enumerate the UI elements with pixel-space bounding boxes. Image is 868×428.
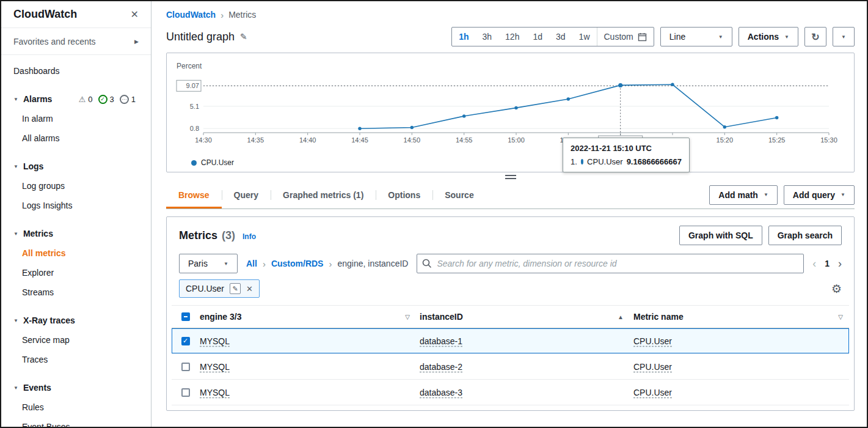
row-checkbox[interactable] [181,363,190,371]
sidebar-header: CloudWatch ✕ [1,1,151,28]
legend-series-label: CPU.User [201,158,234,167]
row-checkbox[interactable] [181,337,190,345]
favorites-label: Favorites and recents [13,37,96,46]
sidebar-section-header-metrics[interactable]: ▼ Metrics [1,224,151,243]
tab-options[interactable]: Options [376,181,432,208]
table-row[interactable]: MYSQL database-2 CPU.User [172,354,849,380]
actions-button[interactable]: Actions ▼ [739,27,798,46]
search-input[interactable] [417,254,804,273]
engine-cell[interactable]: MYSQL [200,362,230,372]
metrics-table: engine 3/3 ▽ instanceID ▲ Metric name ▽ … [172,305,849,405]
sidebar-section-header-events[interactable]: ▼ Events [1,378,151,397]
previous-page-icon[interactable]: ‹ [812,257,816,270]
close-icon[interactable]: ✕ [131,9,139,20]
range-1w[interactable]: 1w [572,28,597,46]
breadcrumb-cloudwatch[interactable]: CloudWatch [166,10,216,20]
tab-query[interactable]: Query [222,181,271,208]
svg-text:14:40: 14:40 [299,136,316,144]
graph-with-sql-button[interactable]: Graph with SQL [679,226,762,245]
sidebar-section-header-alarms[interactable]: ▼ Alarms ⚠ 0 ✓ 3 ⋯ 1 [1,89,151,109]
filter-icon[interactable]: ▽ [405,314,410,320]
crumb-all[interactable]: All [246,259,257,268]
breadcrumb-separator: › [221,10,224,20]
sidebar-item-all-alarms[interactable]: All alarms [1,128,151,148]
add-query-label: Add query [793,190,835,200]
sidebar-item-streams[interactable]: Streams [1,282,151,302]
info-link[interactable]: Info [243,232,256,241]
main-content: CloudWatch › Metrics Untitled graph ✎ 1h… [151,1,867,427]
chart-type-select[interactable]: Line ▼ [660,27,732,46]
add-query-button[interactable]: Add query ▼ [784,185,855,205]
chart-legend[interactable]: CPU.User [191,158,234,167]
warning-icon: ⚠ [79,95,86,104]
sidebar-item-in-alarm[interactable]: In alarm [1,109,151,128]
chevron-down-icon: ▼ [784,34,789,40]
range-1h[interactable]: 1h [452,28,475,46]
svg-text:14:45: 14:45 [351,136,368,144]
page-number[interactable]: 1 [825,259,830,268]
panel-resize-handle[interactable] [166,172,855,181]
engine-cell[interactable]: MYSQL [200,336,230,346]
range-custom[interactable]: Custom [597,28,654,46]
tab-graphed-metrics[interactable]: Graphed metrics (1) [271,181,376,208]
tab-source[interactable]: Source [432,181,486,208]
sidebar-item-event-buses[interactable]: Event Buses [1,417,151,427]
cloudwatch-console: CloudWatch ✕ Favorites and recents ▶ Das… [0,0,868,428]
sidebar-item-rules[interactable]: Rules [1,397,151,417]
sidebar-item-logs-insights[interactable]: Logs Insights [1,196,151,215]
warning-count: 0 [88,95,92,104]
metrics-line-chart[interactable]: 14:3014:3514:4014:4514:5014:5515:0015:05… [174,74,840,166]
range-3d[interactable]: 3d [549,28,572,46]
range-1d[interactable]: 1d [526,28,549,46]
svg-text:14:55: 14:55 [456,136,473,144]
svg-text:14:35: 14:35 [247,136,264,144]
settings-gear-icon[interactable]: ⚙ [831,283,842,295]
metric-cell[interactable]: CPU.User [633,362,672,372]
tab-browse[interactable]: Browse [166,181,222,208]
sidebar-item-explorer[interactable]: Explorer [1,263,151,282]
edit-icon[interactable]: ✎ [240,32,247,42]
range-3h[interactable]: 3h [476,28,499,46]
column-header-metric-name[interactable]: Metric name [633,312,684,322]
chevron-down-icon: ▼ [841,192,845,197]
table-row[interactable]: MYSQL database-1 CPU.User [172,328,849,354]
column-header-instanceid[interactable]: instanceID [420,312,463,322]
chart-type-value: Line [669,32,685,42]
range-12h[interactable]: 12h [498,28,526,46]
engine-cell[interactable]: MYSQL [200,388,230,397]
table-row[interactable]: MYSQL database-3 CPU.User [172,380,849,405]
title-row: Untitled graph ✎ 1h 3h 12h 1d 3d 1w Cust… [166,26,855,48]
sidebar-item-log-groups[interactable]: Log groups [1,176,151,196]
sidebar-item-dashboards[interactable]: Dashboards [1,61,151,81]
metric-cell[interactable]: CPU.User [633,336,672,346]
sidebar-item-all-metrics[interactable]: All metrics [1,243,151,263]
region-select[interactable]: Paris ▼ [179,254,238,273]
metric-cell[interactable]: CPU.User [633,388,672,397]
remove-filter-icon[interactable]: ✕ [246,284,253,293]
refresh-options-button[interactable]: ▼ [833,27,855,46]
instance-cell[interactable]: database-3 [420,388,462,397]
next-page-icon[interactable]: › [838,257,842,270]
sidebar-section-header-logs[interactable]: ▼ Logs [1,157,151,176]
sort-ascending-icon[interactable]: ▲ [618,314,624,320]
instance-cell[interactable]: database-2 [420,362,462,372]
filter-icon[interactable]: ▽ [838,314,843,320]
row-checkbox[interactable] [181,388,190,397]
sidebar-item-traces[interactable]: Traces [1,350,151,369]
sidebar-favorites[interactable]: Favorites and recents ▶ [1,28,151,55]
graph-search-button[interactable]: Graph search [768,226,842,245]
add-math-button[interactable]: Add math ▼ [709,185,777,205]
column-header-engine[interactable]: engine 3/3 [200,312,241,322]
refresh-button[interactable]: ↻ [804,27,826,46]
metrics-title: Metrics [179,229,217,242]
svg-text:15:20: 15:20 [717,136,734,144]
crumb-custom-rds[interactable]: Custom/RDS [271,259,324,268]
select-all-checkbox[interactable] [181,312,190,321]
sidebar-item-service-map[interactable]: Service map [1,330,151,350]
chevron-down-icon: ▼ [224,261,228,267]
edit-icon[interactable]: ✎ [230,283,241,294]
instance-cell[interactable]: database-1 [420,336,462,346]
svg-text:14:30: 14:30 [195,136,212,144]
sidebar-section-header-xray[interactable]: ▼ X-Ray traces [1,311,151,330]
sidebar: CloudWatch ✕ Favorites and recents ▶ Das… [1,1,151,427]
